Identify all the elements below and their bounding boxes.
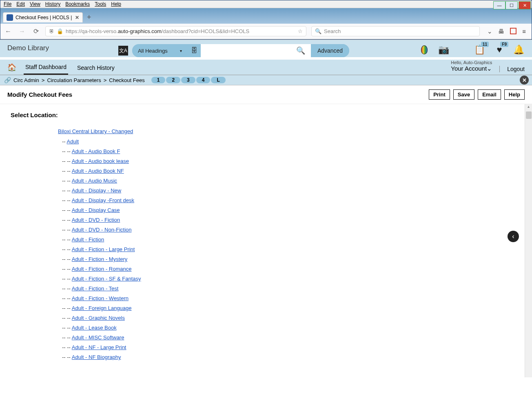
notification-bell-icon[interactable]: 🔔 (513, 44, 525, 56)
window-minimize-button[interactable]: — (493, 1, 505, 9)
step-l[interactable]: L (211, 77, 225, 83)
scroll-thumb[interactable] (526, 111, 532, 119)
step-1[interactable]: 1 (151, 77, 166, 83)
nav-reload-button[interactable]: ⟳ (31, 27, 40, 36)
print-icon[interactable]: 🖶 (498, 28, 504, 35)
location-link[interactable]: Adult - NF - Large Print (72, 344, 126, 350)
pocket-icon[interactable]: ⌄ (487, 28, 492, 35)
account-block[interactable]: Hello, Auto-Graphics Your Account⌄ (451, 60, 492, 72)
extension-icon[interactable] (510, 28, 516, 34)
nav-staff-dashboard[interactable]: Staff Dashboard (24, 60, 68, 75)
location-link[interactable]: Adult - Audio Music (72, 178, 117, 184)
location-link[interactable]: Adult - NF Biography (72, 354, 121, 360)
camera-money-icon[interactable]: 📷 (438, 44, 450, 56)
home-icon[interactable]: 🏠 (7, 63, 16, 72)
location-link[interactable]: Adult - Fiction (72, 236, 104, 243)
location-link[interactable]: Adult - Fiction - SF & Fantasy (72, 276, 141, 282)
new-tab-button[interactable]: + (87, 13, 91, 22)
your-account-link[interactable]: Your Account (451, 65, 487, 72)
menu-edit[interactable]: Edit (16, 1, 25, 7)
location-sub-sub-item: Adult - Display Case (62, 207, 521, 213)
window-maximize-button[interactable]: ☐ (505, 1, 518, 9)
location-link[interactable]: Adult - DVD - Fiction (72, 217, 120, 223)
link-icon: 🔗 (4, 77, 11, 83)
breadcrumb-item[interactable]: Checkout Fees (109, 77, 144, 83)
location-link[interactable]: Adult - DVD - Non-Fiction (72, 227, 132, 233)
catalog-search-button[interactable]: 🔍 (290, 44, 311, 57)
vertical-scrollbar[interactable]: ▴ (525, 104, 532, 377)
location-sub-sub-item: Adult - Lease Book (62, 325, 521, 331)
location-link[interactable]: Adult - Fiction - Western (72, 295, 129, 301)
location-link[interactable]: Adult - Fiction - Romance (72, 266, 132, 272)
advanced-search-button[interactable]: Advanced (311, 44, 349, 57)
list-icon[interactable]: 📋11 (474, 44, 485, 56)
save-button[interactable]: Save (453, 89, 474, 100)
location-sub-item: Adult (62, 138, 521, 145)
lock-icon[interactable]: 🔒 (57, 28, 63, 34)
url-input[interactable]: ⛨ 🔒 https://qa-hcols-verso.auto-graphics… (45, 26, 306, 36)
step-2[interactable]: 2 (166, 77, 180, 83)
page-toolbar: Modify Checkout Fees Print Save Email He… (0, 85, 532, 104)
location-link[interactable]: Adult - Audio Book F (72, 148, 120, 154)
favorite-heart-icon[interactable]: ♥F9 (494, 44, 505, 56)
location-link[interactable]: Adult - Fiction - Large Print (72, 246, 135, 252)
browser-tab[interactable]: Checkout Fees | HCOLS | hcols | ✕ (3, 12, 83, 22)
balloon-icon[interactable] (419, 44, 430, 56)
location-root-link[interactable]: Biloxi Central Library - Changed (58, 128, 521, 134)
browser-menubar[interactable]: File Edit View History Bookmarks Tools H… (0, 0, 532, 8)
logout-link[interactable]: Logout (499, 66, 525, 72)
location-link[interactable]: Adult - Lease Book (72, 325, 117, 331)
location-link[interactable]: Adult - Fiction - Mystery (72, 256, 128, 262)
menu-view[interactable]: View (30, 1, 40, 7)
location-sub-sub-item: Adult - Graphic Novels (62, 315, 521, 321)
menu-bookmarks[interactable]: Bookmarks (65, 1, 90, 7)
location-sub-sub-item: Adult - Foreign Language (62, 305, 521, 311)
location-link[interactable]: Adult - Foreign Language (72, 305, 132, 311)
search-type-dropdown[interactable]: All Headings▾ (132, 45, 188, 57)
location-sub-sub-item: Adult - Fiction - Test (62, 285, 521, 292)
close-panel-button[interactable]: ✕ (520, 76, 529, 85)
location-link[interactable]: Adult - MISC Software (72, 334, 124, 341)
tracking-shield-icon[interactable]: ⛨ (49, 28, 54, 34)
translate-icon[interactable]: 文A (118, 46, 128, 56)
location-sub-sub-item: Adult - Fiction - SF & Fantasy (62, 276, 521, 282)
location-link[interactable]: Adult - Audio Book NF (72, 168, 124, 174)
hamburger-menu-icon[interactable]: ≡ (522, 28, 526, 35)
location-link[interactable]: Adult (67, 138, 79, 145)
menu-history[interactable]: History (45, 1, 60, 7)
app-header: Demo Library 文A All Headings▾ 🗄 🔍 Advanc… (0, 40, 532, 57)
help-button[interactable]: Help (504, 89, 525, 100)
step-indicator: 1 2 3 4 L (151, 77, 226, 83)
location-sub-sub-item: Adult - NF Biography (62, 354, 521, 360)
location-link[interactable]: Adult - Display -Front desk (72, 197, 134, 203)
step-3[interactable]: 3 (181, 77, 195, 83)
location-link[interactable]: Adult - Graphic Novels (72, 315, 125, 321)
nav-forward-button[interactable]: → (18, 27, 27, 36)
collapse-chevron-button[interactable]: ‹ (508, 231, 519, 242)
email-button[interactable]: Email (478, 89, 501, 100)
nav-search-history[interactable]: Search History (75, 60, 116, 74)
nav-back-button[interactable]: ← (4, 27, 13, 36)
scroll-up-arrow[interactable]: ▴ (525, 104, 532, 111)
breadcrumb-item[interactable]: Circ Admin (13, 77, 39, 83)
database-icon[interactable]: 🗄 (188, 47, 201, 54)
bookmark-star-icon[interactable]: ☆ (298, 28, 303, 34)
location-link[interactable]: Adult - Display Case (72, 207, 120, 213)
print-button[interactable]: Print (429, 89, 450, 100)
address-bar: ← → ⟳ ⛨ 🔒 https://qa-hcols-verso.auto-gr… (0, 24, 532, 39)
menu-help[interactable]: Help (111, 1, 121, 7)
menu-file[interactable]: File (4, 1, 11, 7)
window-close-button[interactable]: ✕ (519, 1, 531, 9)
tab-close-icon[interactable]: ✕ (75, 15, 79, 20)
breadcrumb-item[interactable]: Circulation Parameters (47, 77, 101, 83)
browser-search-input[interactable]: 🔍 Search (311, 26, 480, 36)
location-link[interactable]: Adult - Fiction - Test (72, 285, 119, 292)
catalog-search-input[interactable] (201, 44, 290, 57)
location-link[interactable]: Adult - Audio book lease (72, 158, 129, 164)
location-sub-sub-item: Adult - Display - New (62, 187, 521, 194)
location-sub-sub-item: Adult - Audio Book NF (62, 168, 521, 174)
step-4[interactable]: 4 (196, 77, 211, 83)
location-link[interactable]: Adult - Display - New (72, 187, 121, 194)
menu-tools[interactable]: Tools (95, 1, 106, 7)
chevron-down-icon: ▾ (180, 49, 182, 53)
